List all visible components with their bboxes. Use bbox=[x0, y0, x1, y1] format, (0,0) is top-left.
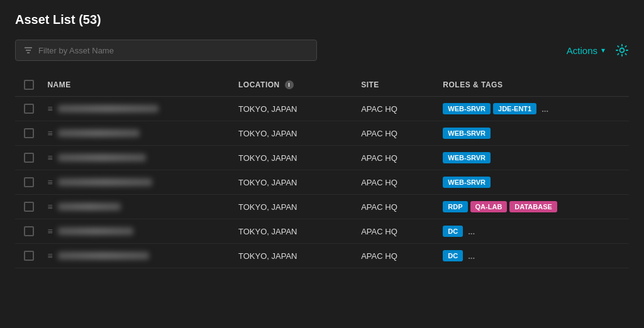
gear-icon bbox=[615, 43, 629, 57]
row-checkbox[interactable] bbox=[24, 251, 34, 261]
settings-button[interactable] bbox=[615, 43, 629, 57]
location-text: TOKYO, JAPAN bbox=[238, 251, 297, 261]
location-text: TOKYO, JAPAN bbox=[238, 129, 297, 138]
row-checkbox[interactable] bbox=[24, 202, 34, 212]
tags-cell: RDPQA-LABDATABASE bbox=[438, 195, 629, 219]
col-header-check bbox=[15, 74, 42, 97]
tag-more[interactable]: ... bbox=[465, 251, 477, 261]
site-cell: APAC HQ bbox=[356, 121, 438, 146]
tag[interactable]: QA-LAB bbox=[470, 201, 508, 212]
location-cell: TOKYO, JAPAN bbox=[233, 244, 356, 268]
name-cell: ≡ bbox=[42, 121, 233, 146]
site-cell: APAC HQ bbox=[356, 195, 438, 219]
table-row: ≡ TOKYO, JAPANAPAC HQWEB-SRVR bbox=[15, 170, 629, 195]
row-menu-icon: ≡ bbox=[47, 177, 52, 187]
tags-cell: WEB-SRVR bbox=[438, 121, 629, 146]
toolbar-right: Actions ▾ bbox=[567, 43, 629, 57]
tag-more[interactable]: ... bbox=[539, 104, 551, 114]
tags-cell: WEB-SRVR bbox=[438, 170, 629, 195]
row-checkbox[interactable] bbox=[24, 104, 34, 114]
row-menu-icon: ≡ bbox=[47, 153, 52, 163]
site-text: APAC HQ bbox=[361, 227, 397, 236]
tag[interactable]: DC bbox=[443, 226, 463, 237]
asset-name-blurred bbox=[58, 227, 133, 235]
name-cell: ≡ bbox=[42, 244, 233, 268]
toolbar: Actions ▾ bbox=[15, 40, 629, 61]
tag[interactable]: WEB-SRVR bbox=[443, 177, 491, 188]
row-menu-icon: ≡ bbox=[47, 128, 52, 138]
site-text: APAC HQ bbox=[361, 178, 397, 187]
site-text: APAC HQ bbox=[361, 104, 397, 114]
site-cell: APAC HQ bbox=[356, 219, 438, 244]
filter-input[interactable] bbox=[38, 46, 309, 55]
location-cell: TOKYO, JAPAN bbox=[233, 146, 356, 170]
chevron-down-icon: ▾ bbox=[601, 46, 605, 55]
location-cell: TOKYO, JAPAN bbox=[233, 170, 356, 195]
site-cell: APAC HQ bbox=[356, 146, 438, 170]
table-row: ≡ TOKYO, JAPANAPAC HQWEB-SRVRJDE-ENT1... bbox=[15, 97, 629, 121]
name-cell: ≡ bbox=[42, 146, 233, 170]
site-text: APAC HQ bbox=[361, 202, 397, 212]
row-checkbox[interactable] bbox=[24, 177, 34, 187]
site-cell: APAC HQ bbox=[356, 244, 438, 268]
site-cell: APAC HQ bbox=[356, 170, 438, 195]
tag[interactable]: WEB-SRVR bbox=[443, 128, 491, 139]
location-cell: TOKYO, JAPAN bbox=[233, 195, 356, 219]
row-checkbox[interactable] bbox=[24, 226, 34, 236]
tag[interactable]: DC bbox=[443, 250, 463, 261]
location-text: TOKYO, JAPAN bbox=[238, 178, 297, 187]
col-header-site: SITE bbox=[356, 74, 438, 97]
filter-icon bbox=[23, 45, 33, 55]
col-header-location: LOCATION i bbox=[233, 74, 356, 97]
location-text: TOKYO, JAPAN bbox=[238, 104, 297, 114]
actions-label: Actions bbox=[567, 45, 597, 56]
name-cell: ≡ bbox=[42, 97, 233, 121]
asset-name-blurred bbox=[58, 203, 121, 210]
asset-name-blurred bbox=[58, 105, 158, 112]
site-text: APAC HQ bbox=[361, 251, 397, 261]
tag[interactable]: WEB-SRVR bbox=[443, 152, 491, 163]
row-menu-icon: ≡ bbox=[47, 251, 52, 261]
tag[interactable]: DATABASE bbox=[509, 201, 557, 212]
table-header-row: NAME LOCATION i SITE ROLES & TAGS bbox=[15, 74, 629, 97]
tag-more[interactable]: ... bbox=[465, 227, 477, 236]
location-cell: TOKYO, JAPAN bbox=[233, 97, 356, 121]
location-cell: TOKYO, JAPAN bbox=[233, 121, 356, 146]
page-title: Asset List (53) bbox=[15, 13, 629, 27]
tags-cell: WEB-SRVRJDE-ENT1... bbox=[438, 97, 629, 121]
asset-name-blurred bbox=[58, 252, 149, 260]
tags-cell: DC... bbox=[438, 244, 629, 268]
asset-name-blurred bbox=[58, 154, 146, 161]
location-text: TOKYO, JAPAN bbox=[238, 227, 297, 236]
site-text: APAC HQ bbox=[361, 153, 397, 163]
tag[interactable]: JDE-ENT1 bbox=[493, 103, 536, 114]
table-row: ≡ TOKYO, JAPANAPAC HQDC... bbox=[15, 219, 629, 244]
select-all-checkbox[interactable] bbox=[24, 80, 34, 90]
location-text: TOKYO, JAPAN bbox=[238, 153, 297, 163]
tags-cell: DC... bbox=[438, 219, 629, 244]
row-menu-icon: ≡ bbox=[47, 104, 52, 114]
location-info-icon[interactable]: i bbox=[285, 80, 294, 89]
tag[interactable]: WEB-SRVR bbox=[443, 103, 491, 114]
row-menu-icon: ≡ bbox=[47, 202, 52, 212]
location-cell: TOKYO, JAPAN bbox=[233, 219, 356, 244]
tags-cell: WEB-SRVR bbox=[438, 146, 629, 170]
tag[interactable]: RDP bbox=[443, 201, 467, 212]
location-text: TOKYO, JAPAN bbox=[238, 202, 297, 212]
table-row: ≡ TOKYO, JAPANAPAC HQWEB-SRVR bbox=[15, 121, 629, 146]
row-menu-icon: ≡ bbox=[47, 226, 52, 236]
col-header-name: NAME bbox=[42, 74, 233, 97]
name-cell: ≡ bbox=[42, 219, 233, 244]
row-checkbox[interactable] bbox=[24, 153, 34, 163]
table-row: ≡ TOKYO, JAPANAPAC HQRDPQA-LABDATABASE bbox=[15, 195, 629, 219]
site-text: APAC HQ bbox=[361, 129, 397, 138]
name-cell: ≡ bbox=[42, 195, 233, 219]
svg-point-3 bbox=[620, 48, 625, 53]
table-row: ≡ TOKYO, JAPANAPAC HQWEB-SRVR bbox=[15, 146, 629, 170]
filter-wrapper[interactable] bbox=[15, 40, 317, 61]
actions-button[interactable]: Actions ▾ bbox=[567, 45, 605, 56]
asset-name-blurred bbox=[58, 178, 152, 186]
row-checkbox[interactable] bbox=[24, 128, 34, 138]
name-cell: ≡ bbox=[42, 170, 233, 195]
col-header-roles: ROLES & TAGS bbox=[438, 74, 629, 97]
